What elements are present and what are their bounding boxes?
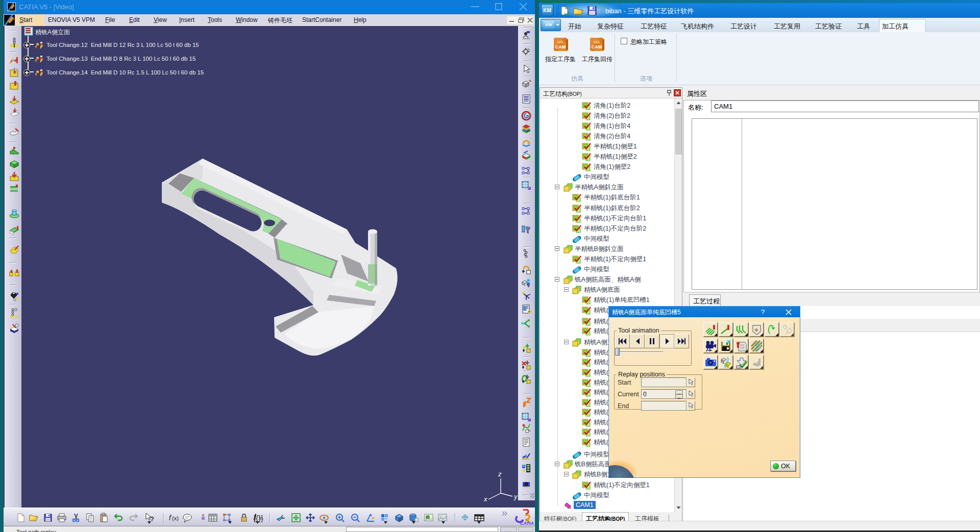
svg-text:CAM: CAM (592, 44, 602, 49)
svg-text:CAM: CAM (555, 44, 566, 49)
svg-text:(x): (x) (172, 515, 179, 521)
svg-text:CATIA: CATIA (520, 521, 534, 526)
svg-text:=: = (259, 515, 262, 521)
svg-text:UG: UG (557, 40, 564, 44)
svg-text:z: z (498, 470, 502, 478)
svg-text:UG: UG (594, 40, 600, 44)
svg-text:y: y (513, 493, 518, 500)
svg-text:x: x (483, 495, 487, 503)
